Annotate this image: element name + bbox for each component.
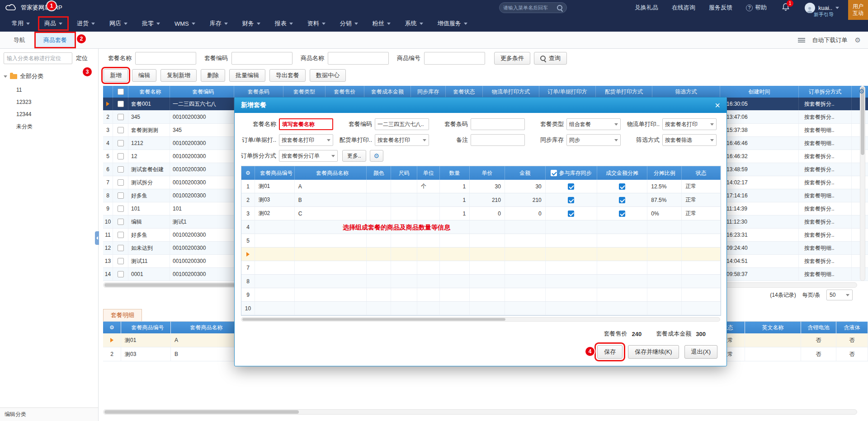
grid-row[interactable]: 9: [241, 288, 721, 302]
row-select-cell[interactable]: [113, 124, 128, 136]
cell-status[interactable]: 正常: [682, 193, 721, 206]
cell-amount[interactable]: [505, 248, 546, 261]
grid-config-gear-button[interactable]: ⚙: [370, 150, 383, 162]
cell-quantity[interactable]: [440, 302, 470, 315]
cell-unit[interactable]: [417, 302, 440, 315]
cell-unit[interactable]: [417, 275, 440, 288]
detail-config-cell[interactable]: ⚙: [103, 322, 121, 333]
menu-item[interactable]: 增值服务: [430, 15, 475, 32]
cell-amount[interactable]: [505, 275, 546, 288]
row-select-cell[interactable]: [113, 189, 128, 202]
share-checkbox[interactable]: [619, 197, 625, 203]
toolbar-button[interactable]: 导出套餐: [269, 69, 306, 82]
menu-item[interactable]: 资料: [300, 15, 333, 32]
column-header[interactable]: 颜色: [367, 166, 391, 180]
menu-item[interactable]: 常用: [5, 15, 37, 32]
grid-row[interactable]: 8: [241, 275, 721, 288]
cell-item-code[interactable]: [255, 288, 295, 301]
column-config-gear-icon[interactable]: ⚙: [859, 88, 864, 95]
cell-price[interactable]: [470, 288, 505, 301]
cell-unit[interactable]: [417, 193, 440, 206]
cell-sync-stock[interactable]: [546, 261, 597, 274]
tree-item[interactable]: 11: [0, 84, 98, 96]
tree-item[interactable]: 未分类: [0, 121, 98, 133]
cell-price[interactable]: [470, 220, 505, 234]
column-header[interactable]: 套餐编码: [170, 86, 234, 98]
menu-item[interactable]: 分销: [333, 15, 365, 32]
column-header[interactable]: 套餐条码: [234, 86, 283, 98]
per-page-select[interactable]: 50: [826, 290, 853, 300]
cell-amount[interactable]: [505, 261, 546, 274]
cell-item-name[interactable]: B: [295, 193, 367, 206]
row-checkbox[interactable]: [118, 192, 124, 199]
category-search-input[interactable]: [4, 52, 72, 64]
grid-row[interactable]: 2 测03 B 1 210 210 87.5% 正常: [241, 193, 721, 207]
cell-price[interactable]: 30: [470, 180, 505, 193]
cell-price[interactable]: [470, 234, 505, 247]
cell-share-ratio[interactable]: [647, 261, 682, 274]
menu-item[interactable]: WMS: [167, 15, 203, 32]
row-checkbox[interactable]: [118, 127, 124, 133]
cell-status[interactable]: 正常: [682, 180, 721, 193]
field-input[interactable]: [471, 134, 525, 146]
column-header[interactable]: 金额: [505, 166, 546, 180]
tab-navigation[interactable]: 导航: [5, 32, 34, 48]
row-checkbox[interactable]: [118, 101, 124, 107]
sync-checkbox[interactable]: [568, 197, 574, 203]
user-interaction-button[interactable]: 用户 互动: [848, 0, 868, 20]
cell-sync-stock[interactable]: [546, 220, 597, 234]
list-icon[interactable]: [798, 37, 805, 43]
locate-button[interactable]: 定位: [76, 54, 88, 62]
cell-item-code[interactable]: 测02: [255, 207, 295, 220]
cell-share-amount[interactable]: [597, 261, 648, 274]
cell-unit[interactable]: 个: [417, 180, 440, 193]
menu-item[interactable]: 批零: [135, 15, 167, 32]
toolbar-button[interactable]: 编辑: [132, 69, 156, 82]
cell-item-code[interactable]: [255, 234, 295, 247]
column-header[interactable]: 含锂电池: [801, 322, 836, 333]
toolbar-button[interactable]: 删除: [201, 69, 225, 82]
column-header[interactable]: 筛选方式: [652, 86, 720, 98]
toolbar-button[interactable]: 数据中心: [310, 69, 346, 82]
tab-product-package[interactable]: 商品套餐: [34, 32, 76, 48]
column-header[interactable]: 同步库存: [411, 86, 446, 98]
column-header[interactable]: 套餐成本金额: [364, 86, 411, 98]
cell-amount[interactable]: [505, 220, 546, 234]
cell-sync-stock[interactable]: [546, 234, 597, 247]
cell-size[interactable]: [391, 288, 417, 301]
menu-item[interactable]: 报表: [268, 15, 300, 32]
column-header[interactable]: 含液体: [836, 322, 868, 333]
cell-status[interactable]: [682, 288, 721, 301]
row-checkbox[interactable]: [118, 271, 124, 277]
cell-color[interactable]: [367, 261, 391, 274]
tree-item[interactable]: 12344: [0, 108, 98, 121]
column-header[interactable]: 套餐售价: [326, 86, 364, 98]
auto-download-orders[interactable]: 自动下载订单: [812, 36, 848, 44]
cell-status[interactable]: 正常: [682, 207, 721, 220]
sidebar-collapse-handle[interactable]: [95, 231, 99, 245]
cell-size[interactable]: [391, 180, 417, 193]
save-button[interactable]: 保存: [597, 345, 623, 359]
cell-amount[interactable]: [505, 288, 546, 301]
cell-share-ratio[interactable]: [647, 234, 682, 247]
cell-sync-stock[interactable]: [546, 302, 597, 315]
cell-sync-stock[interactable]: [546, 207, 597, 220]
cell-sync-stock[interactable]: [546, 180, 597, 193]
cell-quantity[interactable]: [440, 248, 470, 261]
cell-size[interactable]: [391, 207, 417, 220]
sync-checkbox[interactable]: [568, 183, 574, 190]
filter-package-code-input[interactable]: [231, 52, 292, 65]
cell-amount[interactable]: 0: [505, 207, 546, 220]
sync-checkbox[interactable]: [568, 210, 574, 217]
column-header[interactable]: 成交金额分摊: [597, 166, 648, 180]
grid-row[interactable]: 5: [241, 234, 721, 248]
cell-size[interactable]: [391, 302, 417, 315]
scrollbar-thumb[interactable]: [104, 410, 299, 414]
scrollbar-thumb[interactable]: [242, 318, 505, 321]
share-checkbox[interactable]: [619, 210, 625, 217]
row-select-cell[interactable]: [113, 98, 128, 110]
cell-item-name[interactable]: [295, 234, 367, 247]
cell-quantity[interactable]: 1: [440, 193, 470, 206]
cell-quantity[interactable]: [440, 261, 470, 274]
cell-color[interactable]: [367, 302, 391, 315]
